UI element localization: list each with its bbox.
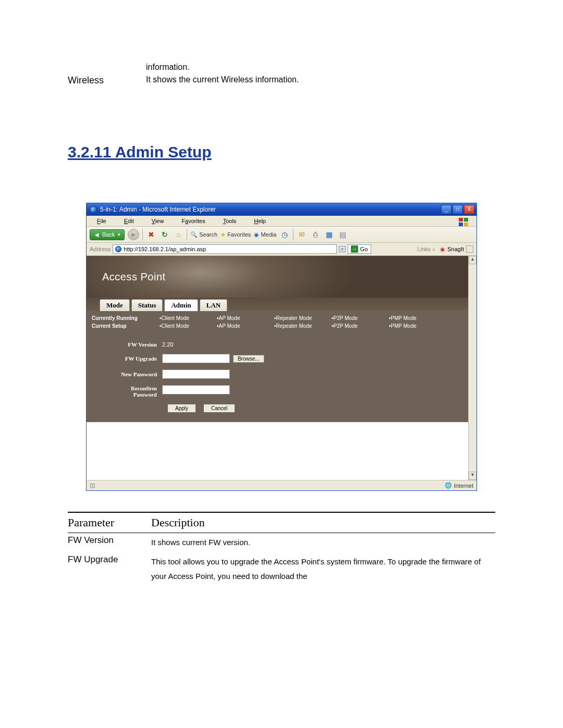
minimize-button[interactable]: _ <box>441 205 451 214</box>
mode-p2p-2[interactable]: •P2P Mode <box>332 323 389 329</box>
param-fw-version: FW Version <box>68 535 151 550</box>
currently-running-label: Currently Running <box>87 315 160 321</box>
stop-icon[interactable]: ✖ <box>146 229 156 240</box>
back-arrow-icon: ◄ <box>93 231 100 239</box>
cancel-button[interactable]: Cancel <box>203 404 235 413</box>
svg-rect-1 <box>464 218 468 221</box>
back-button[interactable]: ◄ Back ▼ <box>90 229 125 240</box>
discuss-icon[interactable]: ▤ <box>337 229 348 240</box>
home-icon[interactable]: ⌂ <box>173 229 183 240</box>
snagit-extra-icon[interactable] <box>466 245 473 253</box>
svg-rect-3 <box>464 223 468 226</box>
media-button[interactable]: ◉ Media <box>254 231 276 238</box>
search-icon: 🔍 <box>190 231 198 238</box>
addressbar: Address http://192.168.2.1/ap_admin.asp … <box>87 243 476 256</box>
modes-bar: Currently Running •Client Mode •AP Mode … <box>87 311 468 333</box>
media-label: Media <box>261 231 276 238</box>
new-password-input[interactable] <box>162 369 230 379</box>
svg-rect-2 <box>459 223 463 226</box>
tab-status[interactable]: Status <box>131 299 163 311</box>
fw-version-label: FW Version <box>87 341 162 348</box>
forward-button[interactable]: ► <box>128 229 139 240</box>
reconfirm-password-input[interactable] <box>162 385 230 394</box>
toolbar-separator-3 <box>293 229 293 240</box>
current-setup-label: Current Setup <box>87 323 160 329</box>
banner-title: Access Point <box>102 271 166 283</box>
toolbar-separator-2 <box>187 229 187 240</box>
favorites-button[interactable]: ★ Favorites <box>221 231 251 238</box>
mode-repeater-1[interactable]: •Repeater Mode <box>274 315 332 321</box>
ie-icon <box>90 206 97 213</box>
maximize-button[interactable]: □ <box>452 205 463 214</box>
search-button[interactable]: 🔍 Search <box>190 231 217 238</box>
intro-wireless-desc: It shows the current Wireless informatio… <box>146 75 495 86</box>
mode-client-1[interactable]: •Client Mode <box>160 315 217 321</box>
fw-version-value: 2.20 <box>162 341 173 348</box>
menu-edit[interactable]: Edit <box>116 217 142 225</box>
back-label: Back <box>102 231 115 238</box>
tab-bar: Mode Status Admin LAN <box>87 298 468 311</box>
star-icon: ★ <box>221 231 226 238</box>
go-button[interactable]: → Go <box>348 244 371 254</box>
address-dropdown-icon[interactable]: v <box>339 246 346 252</box>
mode-pmp-1[interactable]: •PMP Mode <box>389 315 446 321</box>
scroll-down-icon[interactable]: ▼ <box>469 472 476 480</box>
mode-client-2[interactable]: •Client Mode <box>160 323 217 329</box>
intro-table: information. Wireless It shows the curre… <box>68 63 495 86</box>
mode-ap-1[interactable]: •AP Mode <box>217 315 274 321</box>
favorites-label: Favorites <box>227 231 251 238</box>
fw-upgrade-input[interactable] <box>162 354 230 363</box>
page-icon <box>115 246 121 252</box>
address-input[interactable]: http://192.168.2.1/ap_admin.asp <box>113 244 337 254</box>
menu-help[interactable]: Help <box>246 217 274 225</box>
window-title: 5-in-1: Admin - Microsoft Internet Explo… <box>100 206 216 213</box>
header-description: Description <box>151 516 495 529</box>
url-text: http://192.168.2.1/ap_admin.asp <box>124 246 206 252</box>
windows-flag-icon <box>458 217 470 227</box>
go-arrow-icon: → <box>351 245 358 253</box>
mode-pmp-2[interactable]: •PMP Mode <box>389 323 446 329</box>
snagit-icon: ◉ <box>440 246 445 253</box>
new-password-label: New Password <box>87 371 162 377</box>
internet-zone-icon: 🌐 <box>445 482 452 489</box>
statusbar: ◫ 🌐 Internet <box>87 480 476 490</box>
intro-empty <box>68 63 146 72</box>
param-fw-upgrade: FW Upgrade <box>68 554 151 584</box>
snagit-button[interactable]: ◉ SnagIt <box>440 245 473 253</box>
status-page-icon: ◫ <box>90 482 95 489</box>
mode-ap-2[interactable]: •AP Mode <box>217 323 274 329</box>
links-label[interactable]: Links » <box>417 246 435 252</box>
reconfirm-password-label: Reconfirm Password <box>87 385 162 398</box>
mail-icon[interactable]: ✉ <box>297 229 307 240</box>
close-button[interactable]: X <box>464 205 474 214</box>
back-dropdown-icon: ▼ <box>117 232 121 237</box>
refresh-icon[interactable]: ↻ <box>160 229 170 240</box>
tab-mode[interactable]: Mode <box>100 299 130 311</box>
toolbar: ◄ Back ▼ ► ✖ ↻ ⌂ 🔍 Search ★ Favorites ◉ … <box>87 227 476 243</box>
menu-tools[interactable]: Tools <box>215 217 245 225</box>
svg-rect-0 <box>459 218 463 221</box>
edit-icon[interactable]: ▦ <box>324 229 334 240</box>
admin-form: FW Version 2.20 FW Upgrade Browse... New… <box>87 333 468 422</box>
tab-admin[interactable]: Admin <box>164 299 198 311</box>
mode-repeater-2[interactable]: •Repeater Mode <box>274 323 332 329</box>
print-icon[interactable]: ⎙ <box>310 229 321 240</box>
titlebar: 5-in-1: Admin - Microsoft Internet Explo… <box>87 203 476 216</box>
menubar: File Edit View Favorites Tools Help <box>87 216 476 227</box>
content-whitespace <box>87 422 468 480</box>
menu-view[interactable]: View <box>143 217 173 225</box>
browse-button[interactable]: Browse... <box>233 355 264 363</box>
snagit-label: SnagIt <box>447 246 464 252</box>
toolbar-separator <box>142 229 143 240</box>
scrollbar[interactable]: ▲ ▼ <box>468 256 476 480</box>
apply-button[interactable]: Apply <box>167 404 196 413</box>
search-label: Search <box>199 231 217 238</box>
tab-lan[interactable]: LAN <box>200 299 227 311</box>
param-table: Parameter Description FW Version It show… <box>68 512 495 586</box>
menu-favorites[interactable]: Favorites <box>173 217 213 225</box>
mode-p2p-1[interactable]: •P2P Mode <box>332 315 389 321</box>
scroll-up-icon[interactable]: ▲ <box>469 256 476 264</box>
menu-file[interactable]: File <box>89 217 115 225</box>
header-parameter: Parameter <box>68 516 151 529</box>
history-icon[interactable]: ◷ <box>279 229 290 240</box>
